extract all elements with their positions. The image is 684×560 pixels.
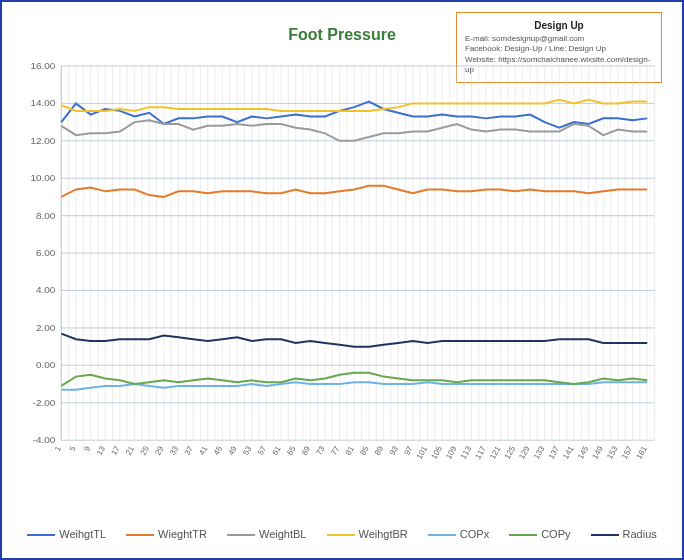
legend-swatch [126, 534, 154, 536]
svg-text:-4.00: -4.00 [33, 434, 56, 445]
svg-text:129: 129 [517, 444, 532, 460]
svg-text:141: 141 [561, 444, 576, 460]
svg-text:4.00: 4.00 [36, 285, 56, 296]
svg-text:153: 153 [605, 444, 620, 460]
svg-text:73: 73 [314, 444, 327, 457]
legend-item: COPx [428, 528, 489, 540]
legend-swatch [428, 534, 456, 536]
legend-swatch [509, 534, 537, 536]
svg-text:105: 105 [429, 444, 444, 460]
svg-text:93: 93 [388, 444, 401, 457]
legend-item: WeihgtTL [27, 528, 106, 540]
legend-item: WeightBL [227, 528, 307, 540]
legend-swatch [591, 534, 619, 536]
info-line-2: Facebook: Design-Up / Line: Design Up [465, 44, 653, 54]
svg-text:10.00: 10.00 [30, 172, 55, 183]
svg-text:41: 41 [197, 444, 210, 457]
svg-text:65: 65 [285, 444, 298, 457]
svg-text:81: 81 [344, 444, 357, 457]
svg-text:113: 113 [459, 444, 474, 460]
legend-item: Radius [591, 528, 657, 540]
svg-text:21: 21 [124, 444, 137, 457]
svg-text:9: 9 [82, 444, 92, 453]
svg-text:33: 33 [168, 444, 181, 457]
svg-text:-2.00: -2.00 [33, 397, 56, 408]
svg-text:6.00: 6.00 [36, 247, 56, 258]
legend-item: COPy [509, 528, 570, 540]
svg-text:77: 77 [329, 444, 342, 457]
svg-text:16.00: 16.00 [30, 60, 55, 71]
svg-text:61: 61 [271, 444, 284, 457]
svg-text:145: 145 [576, 444, 591, 460]
svg-text:5: 5 [68, 444, 78, 453]
chart-frame: Foot Pressure Design Up E-mail: somdesig… [0, 0, 684, 560]
legend: WeihgtTLWieghtTRWeightBLWeihgtBRCOPxCOPy… [2, 528, 682, 540]
svg-text:157: 157 [620, 444, 635, 460]
svg-text:53: 53 [241, 444, 254, 457]
svg-text:133: 133 [532, 444, 547, 460]
info-line-1: E-mail: somdesignup@gmail.com [465, 34, 653, 44]
svg-text:137: 137 [547, 444, 562, 460]
svg-text:101: 101 [415, 444, 430, 460]
svg-text:57: 57 [256, 444, 269, 457]
svg-text:2.00: 2.00 [36, 322, 56, 333]
svg-text:149: 149 [591, 444, 606, 460]
svg-text:125: 125 [503, 444, 518, 460]
legend-swatch [227, 534, 255, 536]
line-chart: -4.00-2.000.002.004.006.008.0010.0012.00… [22, 60, 662, 488]
svg-text:49: 49 [227, 444, 240, 457]
svg-text:12.00: 12.00 [30, 135, 55, 146]
svg-text:89: 89 [373, 444, 386, 457]
svg-text:97: 97 [402, 444, 415, 457]
svg-text:17: 17 [109, 444, 122, 457]
svg-text:85: 85 [358, 444, 371, 457]
svg-text:69: 69 [300, 444, 313, 457]
svg-text:45: 45 [212, 444, 225, 457]
svg-text:8.00: 8.00 [36, 210, 56, 221]
legend-item: WeihgtBR [327, 528, 408, 540]
svg-text:121: 121 [488, 444, 503, 460]
info-heading: Design Up [465, 19, 653, 32]
svg-text:1: 1 [53, 444, 63, 453]
svg-text:25: 25 [139, 444, 152, 457]
svg-text:117: 117 [473, 444, 488, 460]
svg-text:109: 109 [444, 444, 459, 460]
svg-text:14.00: 14.00 [30, 97, 55, 108]
legend-swatch [27, 534, 55, 536]
legend-item: WieghtTR [126, 528, 207, 540]
legend-swatch [327, 534, 355, 536]
svg-text:13: 13 [95, 444, 108, 457]
svg-text:29: 29 [153, 444, 166, 457]
svg-text:161: 161 [635, 444, 650, 460]
svg-text:0.00: 0.00 [36, 359, 56, 370]
svg-text:37: 37 [183, 444, 196, 457]
plot-area: -4.00-2.000.002.004.006.008.0010.0012.00… [22, 60, 662, 488]
